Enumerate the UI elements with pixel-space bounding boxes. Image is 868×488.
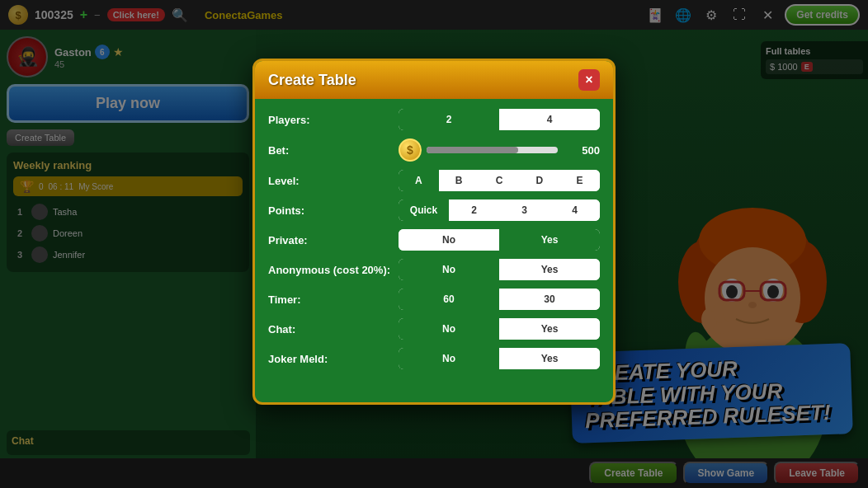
anonymous-label: Anonymous (cost 20%): xyxy=(268,264,392,276)
bet-control: $ 500 xyxy=(399,138,600,162)
joker-meld-option-yes[interactable]: Yes xyxy=(499,348,600,369)
joker-meld-control: No Yes xyxy=(399,348,600,369)
timer-option-30[interactable]: 30 xyxy=(499,289,600,310)
level-option-c[interactable]: C xyxy=(479,170,520,191)
points-row: Points: Quick 2 3 4 xyxy=(268,199,600,221)
modal-header: Create Table × xyxy=(255,61,613,99)
modal-close-button[interactable]: × xyxy=(578,69,600,91)
level-label: Level: xyxy=(268,175,392,187)
modal-title: Create Table xyxy=(268,72,356,89)
anonymous-control: No Yes xyxy=(399,259,600,280)
chat-control: No Yes xyxy=(399,318,600,340)
level-row: Level: A B C D E xyxy=(268,170,600,191)
level-option-d[interactable]: D xyxy=(519,170,559,191)
joker-meld-row: Joker Meld: No Yes xyxy=(268,348,600,369)
chat-option-yes[interactable]: Yes xyxy=(499,318,600,340)
chat-option-no[interactable]: No xyxy=(399,318,499,340)
timer-row: Timer: 60 30 xyxy=(268,289,600,310)
level-option-a[interactable]: A xyxy=(399,170,439,191)
players-option-4[interactable]: 4 xyxy=(499,109,600,130)
private-control: No Yes xyxy=(399,229,600,251)
private-option-yes[interactable]: Yes xyxy=(499,229,600,251)
timer-label: Timer: xyxy=(268,293,392,306)
modal-overlay: Create Table × Players: 2 4 Bet: $ xyxy=(0,0,868,488)
points-option-2[interactable]: 2 xyxy=(449,199,499,221)
private-label: Private: xyxy=(268,234,392,246)
points-label: Points: xyxy=(268,204,392,217)
joker-meld-label: Joker Meld: xyxy=(268,353,392,365)
modal-body: Players: 2 4 Bet: $ 500 Level xyxy=(255,99,613,387)
create-table-modal: Create Table × Players: 2 4 Bet: $ xyxy=(252,59,616,405)
timer-control: 60 30 xyxy=(399,289,600,310)
players-label: Players: xyxy=(268,114,392,126)
bet-row: Bet: $ 500 xyxy=(268,138,600,162)
joker-meld-option-no[interactable]: No xyxy=(399,348,499,369)
players-control: 2 4 xyxy=(399,109,600,130)
timer-option-60[interactable]: 60 xyxy=(399,289,499,310)
players-row: Players: 2 4 xyxy=(268,109,600,130)
bet-slider-track[interactable] xyxy=(427,147,558,153)
points-option-4[interactable]: 4 xyxy=(550,199,600,221)
points-control: Quick 2 3 4 xyxy=(399,199,600,221)
chat-label: Chat: xyxy=(268,323,392,336)
bet-label: Bet: xyxy=(268,144,392,157)
bet-value: 500 xyxy=(563,144,600,157)
points-option-quick[interactable]: Quick xyxy=(399,199,449,221)
private-row: Private: No Yes xyxy=(268,229,600,251)
bet-coin-icon: $ xyxy=(399,138,422,162)
chat-row: Chat: No Yes xyxy=(268,318,600,340)
points-option-3[interactable]: 3 xyxy=(499,199,550,221)
private-option-no[interactable]: No xyxy=(399,229,499,251)
level-option-b[interactable]: B xyxy=(439,170,479,191)
anonymous-row: Anonymous (cost 20%): No Yes xyxy=(268,259,600,280)
bet-slider-fill xyxy=(427,147,518,153)
level-control: A B C D E xyxy=(399,170,600,191)
anonymous-option-no[interactable]: No xyxy=(399,259,499,280)
anonymous-option-yes[interactable]: Yes xyxy=(499,259,600,280)
level-option-e[interactable]: E xyxy=(559,170,600,191)
players-option-2[interactable]: 2 xyxy=(399,109,499,130)
